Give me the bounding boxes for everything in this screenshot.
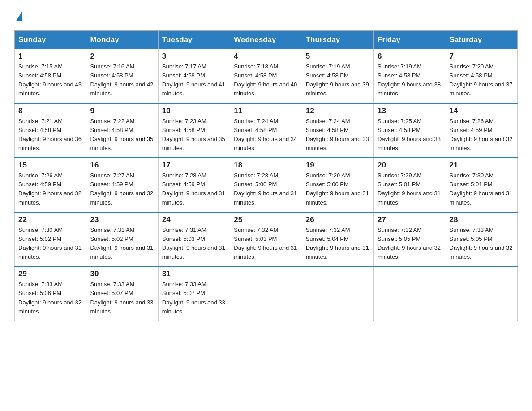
day-info: Sunrise: 7:15 AMSunset: 4:58 PMDaylight:… — [18, 63, 82, 97]
day-header-row: SundayMondayTuesdayWednesdayThursdayFrid… — [15, 31, 518, 49]
day-number: 21 — [450, 161, 514, 170]
day-info: Sunrise: 7:32 AMSunset: 5:05 PMDaylight:… — [378, 227, 441, 260]
day-number: 30 — [90, 270, 154, 278]
calendar-day-cell — [302, 266, 373, 321]
calendar-header: SundayMondayTuesdayWednesdayThursdayFrid… — [15, 31, 518, 49]
day-info: Sunrise: 7:27 AMSunset: 4:59 PMDaylight:… — [90, 172, 153, 206]
day-info: Sunrise: 7:17 AMSunset: 4:58 PMDaylight:… — [162, 63, 225, 97]
calendar-day-cell: 2 Sunrise: 7:16 AMSunset: 4:58 PMDayligh… — [86, 49, 158, 103]
calendar-table: SundayMondayTuesdayWednesdayThursdayFrid… — [14, 30, 518, 321]
calendar-day-cell: 23 Sunrise: 7:31 AMSunset: 5:02 PMDaylig… — [86, 212, 158, 267]
calendar-day-cell: 1 Sunrise: 7:15 AMSunset: 4:58 PMDayligh… — [15, 49, 86, 103]
day-info: Sunrise: 7:32 AMSunset: 5:03 PMDaylight:… — [234, 227, 297, 260]
calendar-day-cell: 22 Sunrise: 7:30 AMSunset: 5:02 PMDaylig… — [15, 212, 86, 267]
day-number: 26 — [306, 215, 370, 224]
calendar-day-cell: 16 Sunrise: 7:27 AMSunset: 4:59 PMDaylig… — [86, 158, 158, 212]
day-number: 15 — [18, 161, 82, 170]
day-number: 19 — [306, 161, 370, 170]
day-number: 11 — [234, 107, 298, 116]
day-number: 3 — [162, 52, 226, 61]
day-number: 28 — [450, 215, 514, 224]
day-number: 31 — [162, 270, 226, 278]
calendar-day-cell: 29 Sunrise: 7:33 AMSunset: 5:06 PMDaylig… — [15, 266, 86, 321]
day-of-week-header: Thursday — [302, 31, 373, 49]
calendar-day-cell: 15 Sunrise: 7:26 AMSunset: 4:59 PMDaylig… — [15, 158, 86, 212]
day-info: Sunrise: 7:21 AMSunset: 4:58 PMDaylight:… — [18, 118, 82, 151]
day-number: 4 — [234, 52, 298, 61]
calendar-day-cell: 28 Sunrise: 7:33 AMSunset: 5:05 PMDaylig… — [446, 212, 517, 267]
day-info: Sunrise: 7:31 AMSunset: 5:03 PMDaylight:… — [162, 227, 225, 260]
calendar-body: 1 Sunrise: 7:15 AMSunset: 4:58 PMDayligh… — [15, 49, 518, 321]
day-info: Sunrise: 7:20 AMSunset: 4:58 PMDaylight:… — [450, 63, 513, 97]
day-number: 10 — [162, 107, 226, 116]
calendar-day-cell: 24 Sunrise: 7:31 AMSunset: 5:03 PMDaylig… — [158, 212, 230, 267]
calendar-day-cell: 9 Sunrise: 7:22 AMSunset: 4:58 PMDayligh… — [86, 103, 158, 158]
day-info: Sunrise: 7:33 AMSunset: 5:07 PMDaylight:… — [90, 281, 153, 314]
day-number: 8 — [18, 107, 82, 116]
day-number: 20 — [378, 161, 442, 170]
logo-triangle-icon — [16, 12, 22, 21]
day-number: 18 — [234, 161, 298, 170]
day-of-week-header: Wednesday — [230, 31, 302, 49]
calendar-day-cell: 4 Sunrise: 7:18 AMSunset: 4:58 PMDayligh… — [230, 49, 302, 103]
day-info: Sunrise: 7:18 AMSunset: 4:58 PMDaylight:… — [234, 63, 297, 97]
calendar-week-row: 29 Sunrise: 7:33 AMSunset: 5:06 PMDaylig… — [15, 266, 518, 321]
calendar-day-cell: 26 Sunrise: 7:32 AMSunset: 5:04 PMDaylig… — [302, 212, 373, 267]
calendar-week-row: 8 Sunrise: 7:21 AMSunset: 4:58 PMDayligh… — [15, 103, 518, 158]
calendar-day-cell: 11 Sunrise: 7:24 AMSunset: 4:58 PMDaylig… — [230, 103, 302, 158]
day-number: 7 — [450, 52, 514, 61]
calendar-day-cell: 18 Sunrise: 7:28 AMSunset: 5:00 PMDaylig… — [230, 158, 302, 212]
calendar-day-cell: 27 Sunrise: 7:32 AMSunset: 5:05 PMDaylig… — [374, 212, 446, 267]
day-number: 25 — [234, 215, 298, 224]
calendar-day-cell: 10 Sunrise: 7:23 AMSunset: 4:58 PMDaylig… — [158, 103, 230, 158]
calendar-week-row: 22 Sunrise: 7:30 AMSunset: 5:02 PMDaylig… — [15, 212, 518, 267]
day-number: 27 — [378, 215, 442, 224]
day-info: Sunrise: 7:28 AMSunset: 4:59 PMDaylight:… — [162, 172, 225, 206]
day-number: 5 — [306, 52, 370, 61]
calendar-day-cell: 25 Sunrise: 7:32 AMSunset: 5:03 PMDaylig… — [230, 212, 302, 267]
calendar-day-cell: 6 Sunrise: 7:19 AMSunset: 4:58 PMDayligh… — [374, 49, 446, 103]
day-of-week-header: Sunday — [15, 31, 86, 49]
calendar-day-cell: 3 Sunrise: 7:17 AMSunset: 4:58 PMDayligh… — [158, 49, 230, 103]
calendar-day-cell: 5 Sunrise: 7:19 AMSunset: 4:58 PMDayligh… — [302, 49, 373, 103]
day-info: Sunrise: 7:29 AMSunset: 5:01 PMDaylight:… — [378, 172, 441, 206]
day-number: 9 — [90, 107, 154, 116]
day-number: 1 — [18, 52, 82, 61]
calendar-week-row: 15 Sunrise: 7:26 AMSunset: 4:59 PMDaylig… — [15, 158, 518, 212]
day-info: Sunrise: 7:23 AMSunset: 4:58 PMDaylight:… — [162, 118, 225, 151]
calendar-day-cell: 19 Sunrise: 7:29 AMSunset: 5:00 PMDaylig… — [302, 158, 373, 212]
calendar-day-cell: 12 Sunrise: 7:24 AMSunset: 4:58 PMDaylig… — [302, 103, 373, 158]
calendar-week-row: 1 Sunrise: 7:15 AMSunset: 4:58 PMDayligh… — [15, 49, 518, 103]
day-info: Sunrise: 7:28 AMSunset: 5:00 PMDaylight:… — [234, 172, 297, 206]
day-number: 12 — [306, 107, 370, 116]
day-number: 17 — [162, 161, 226, 170]
calendar-day-cell: 20 Sunrise: 7:29 AMSunset: 5:01 PMDaylig… — [374, 158, 446, 212]
calendar-day-cell: 8 Sunrise: 7:21 AMSunset: 4:58 PMDayligh… — [15, 103, 86, 158]
day-info: Sunrise: 7:30 AMSunset: 5:02 PMDaylight:… — [18, 227, 82, 260]
day-of-week-header: Monday — [86, 31, 158, 49]
calendar-day-cell: 21 Sunrise: 7:30 AMSunset: 5:01 PMDaylig… — [446, 158, 517, 212]
day-info: Sunrise: 7:26 AMSunset: 4:59 PMDaylight:… — [18, 172, 82, 206]
calendar-day-cell: 30 Sunrise: 7:33 AMSunset: 5:07 PMDaylig… — [86, 266, 158, 321]
day-number: 14 — [450, 107, 514, 116]
day-number: 22 — [18, 215, 82, 224]
day-info: Sunrise: 7:16 AMSunset: 4:58 PMDaylight:… — [90, 63, 153, 97]
day-info: Sunrise: 7:26 AMSunset: 4:59 PMDaylight:… — [450, 118, 513, 151]
day-number: 23 — [90, 215, 154, 224]
day-number: 24 — [162, 215, 226, 224]
day-number: 16 — [90, 161, 154, 170]
calendar-day-cell: 14 Sunrise: 7:26 AMSunset: 4:59 PMDaylig… — [446, 103, 517, 158]
calendar-day-cell: 17 Sunrise: 7:28 AMSunset: 4:59 PMDaylig… — [158, 158, 230, 212]
day-info: Sunrise: 7:19 AMSunset: 4:58 PMDaylight:… — [378, 63, 441, 97]
day-info: Sunrise: 7:30 AMSunset: 5:01 PMDaylight:… — [450, 172, 513, 206]
day-info: Sunrise: 7:29 AMSunset: 5:00 PMDaylight:… — [306, 172, 369, 206]
day-info: Sunrise: 7:33 AMSunset: 5:06 PMDaylight:… — [18, 281, 82, 314]
day-info: Sunrise: 7:19 AMSunset: 4:58 PMDaylight:… — [306, 63, 369, 97]
day-info: Sunrise: 7:24 AMSunset: 4:58 PMDaylight:… — [234, 118, 297, 151]
day-number: 2 — [90, 52, 154, 61]
day-of-week-header: Tuesday — [158, 31, 230, 49]
day-info: Sunrise: 7:24 AMSunset: 4:58 PMDaylight:… — [306, 118, 369, 151]
day-number: 6 — [378, 52, 442, 61]
day-number: 13 — [378, 107, 442, 116]
calendar-day-cell: 31 Sunrise: 7:33 AMSunset: 5:07 PMDaylig… — [158, 266, 230, 321]
